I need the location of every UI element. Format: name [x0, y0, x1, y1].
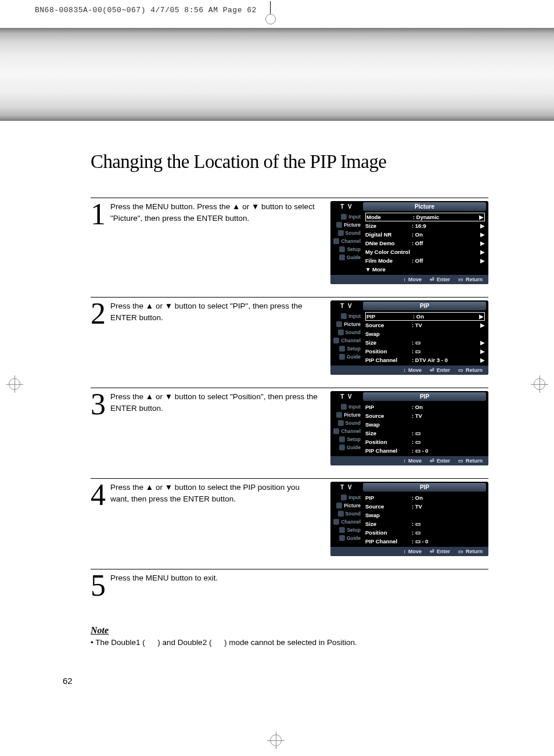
osd-side-item: Channel — [330, 237, 363, 245]
osd-row-label: PIP — [365, 495, 412, 501]
osd-side-label: Channel — [341, 338, 361, 343]
osd-row-label: Position — [365, 439, 412, 445]
osd-footer-icon: ⏎ — [430, 458, 434, 464]
osd-title: PIP — [363, 302, 486, 310]
osd-side-item: Input — [330, 403, 363, 411]
osd-row: ▼ More — [365, 265, 485, 274]
osd-side-label: Sound — [346, 329, 361, 335]
osd-sidebar: InputPictureSoundChannelSetupGuide — [330, 402, 363, 456]
osd-row-label: Swap — [365, 421, 412, 428]
osd-row-label: Swap — [365, 512, 412, 518]
step-number: 2 — [91, 300, 110, 375]
osd-row-value: : ▭ — [412, 521, 479, 527]
note-block: Note • The Double1 ( ) and Double2 ( ) m… — [91, 625, 488, 647]
step-body: Press the MENU button. Press the ▲ or ▼ … — [110, 201, 488, 284]
print-slug: BN68-00835A-00(050~067) 4/7/05 8:56 AM P… — [35, 6, 257, 15]
osd-row-label: Source — [365, 322, 412, 328]
osd-footer-label: Enter — [437, 549, 450, 554]
osd-row-arrow-icon: ▶ — [478, 214, 484, 220]
osd-row-arrow-icon: ▶ — [479, 257, 485, 264]
osd-sidebar: InputPictureSoundChannelSetupGuide — [330, 212, 363, 275]
osd-row-value: : ▭ — [412, 529, 479, 536]
osd-row: Swap — [365, 329, 485, 338]
osd-footer-item: ▭Return — [458, 367, 483, 373]
osd-footer-item: ↕Move — [403, 549, 422, 554]
osd-row: Film Mode: Off▶ — [365, 256, 485, 265]
osd-screenshot: T VPIPInputPictureSoundChannelSetupGuide… — [330, 391, 488, 465]
osd-side-icon — [339, 535, 345, 541]
top-crop-mark — [270, 1, 271, 14]
osd-side-label: Channel — [341, 519, 361, 525]
osd-tv-label: T V — [330, 303, 363, 309]
osd-side-icon — [339, 436, 345, 442]
step: 4Press the ▲ or ▼ button to select the P… — [91, 478, 488, 556]
osd-side-label: Picture — [344, 503, 361, 508]
osd-row: Position: ▭▶ — [365, 347, 485, 356]
step-number: 5 — [91, 572, 110, 600]
osd-side-item: Sound — [330, 419, 363, 427]
osd-row: Size: ▭▶ — [365, 338, 485, 347]
osd-row: Position: ▭ — [365, 528, 485, 537]
osd-side-item: Input — [330, 312, 363, 320]
step-body: Press the MENU button to exit. — [110, 572, 488, 600]
osd-footer-label: Move — [408, 367, 422, 373]
osd-footer-label: Return — [466, 367, 483, 373]
osd-footer-icon: ▭ — [458, 458, 463, 464]
osd-footer: ↕Move⏎Enter▭Return — [330, 547, 488, 556]
osd-footer-item: ▭Return — [458, 549, 483, 554]
osd-main: InputPictureSoundChannelSetupGuidePIP: O… — [330, 402, 488, 456]
osd-row: PIP Channel: DTV Air 3 - 0▶ — [365, 356, 485, 364]
step-text: Press the MENU button. Press the ▲ or ▼ … — [110, 201, 325, 284]
osd-side-item: Channel — [330, 336, 363, 345]
osd-items: PIP: OnSource: TVSwapSize: ▭Position: ▭P… — [363, 492, 488, 547]
osd-sidebar: InputPictureSoundChannelSetupGuide — [330, 492, 363, 547]
osd-side-label: Setup — [347, 346, 361, 352]
osd-side-icon — [333, 338, 339, 343]
osd-footer-icon: ⏎ — [430, 367, 434, 373]
osd-side-item: Setup — [330, 435, 363, 443]
step-number: 3 — [91, 391, 110, 465]
osd-tv-label: T V — [330, 484, 363, 490]
osd-panel: T VPIPInputPictureSoundChannelSetupGuide… — [330, 300, 488, 375]
osd-footer-icon: ▭ — [458, 549, 463, 554]
osd-row-label: PIP Channel — [365, 538, 412, 544]
osd-side-icon — [339, 445, 345, 450]
step-body: Press the ▲ or ▼ button to select "PIP",… — [110, 300, 488, 375]
osd-row: DNIe Demo: Off▶ — [365, 239, 485, 248]
steps-container: 1Press the MENU button. Press the ▲ or ▼… — [91, 198, 488, 612]
osd-row-value: : Dynamic — [413, 214, 478, 220]
osd-row-label: Film Mode — [365, 257, 412, 264]
osd-row-arrow-icon: ▶ — [479, 249, 485, 255]
osd-footer-icon: ↕ — [403, 277, 406, 282]
note-part-2: ) mode cannot be selected in Position. — [224, 638, 357, 647]
osd-footer-label: Move — [408, 458, 422, 464]
osd-footer-label: Move — [408, 277, 422, 282]
page-title: Changing the Location of the PIP Image — [91, 151, 386, 173]
osd-footer-icon: ⏎ — [430, 277, 434, 282]
osd-side-label: Picture — [344, 222, 361, 228]
osd-side-label: Guide — [347, 445, 361, 450]
osd-side-label: Picture — [344, 412, 361, 418]
osd-side-label: Channel — [341, 238, 361, 244]
osd-side-icon — [341, 495, 347, 500]
osd-row-label: Position — [365, 529, 412, 536]
osd-row: PIP Channel: ▭ - 0 — [365, 537, 485, 546]
osd-screenshot: T VPIPInputPictureSoundChannelSetupGuide… — [330, 482, 488, 556]
osd-side-label: Sound — [346, 420, 361, 426]
note-part-1: ) and Double2 ( — [157, 638, 211, 647]
step: 2Press the ▲ or ▼ button to select "PIP"… — [91, 297, 488, 375]
osd-side-icon — [339, 354, 345, 360]
osd-side-icon — [339, 346, 345, 352]
osd-row-label: My Color Control — [365, 249, 412, 255]
osd-side-item: Sound — [330, 328, 363, 336]
osd-footer-label: Return — [466, 458, 483, 464]
osd-row: Position: ▭ — [365, 438, 485, 446]
osd-side-icon — [338, 420, 344, 426]
step: 5Press the MENU button to exit. — [91, 569, 488, 600]
osd-side-item: Picture — [330, 221, 363, 229]
osd-side-icon — [336, 412, 342, 418]
double2-icon — [214, 639, 222, 645]
osd-row: Source: TV — [365, 411, 485, 420]
osd-row-label: Size — [365, 339, 412, 346]
osd-tv-label: T V — [330, 203, 363, 210]
